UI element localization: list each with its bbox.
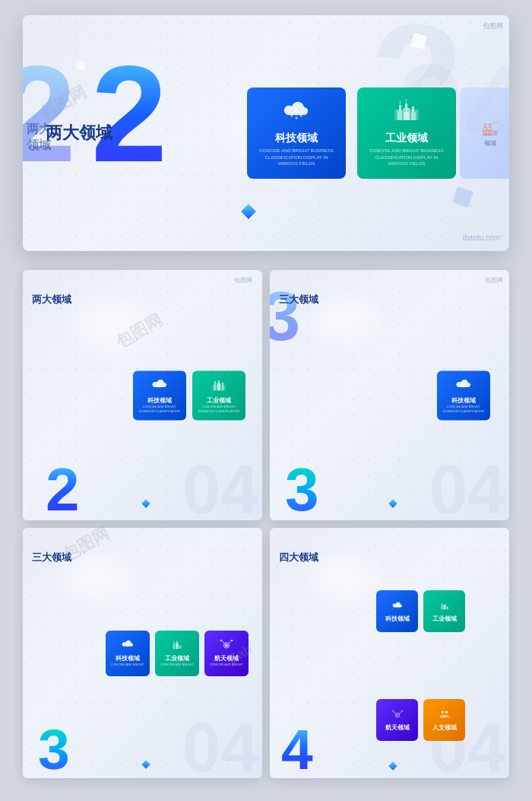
sub-panel-3-domains-b: 04 3 三大领域 科技领域 CONCISE AND BRIGHT <box>23 528 262 778</box>
sub-card-1-tech-title: 科技领域 <box>147 396 172 405</box>
sub-label-4: 四大领域 <box>279 551 318 564</box>
sub-grad-num-3: 3 <box>38 721 70 778</box>
svg-point-1 <box>296 117 298 119</box>
svg-rect-53 <box>441 606 442 610</box>
svg-point-7 <box>291 113 293 116</box>
svg-rect-62 <box>401 710 403 710</box>
sub-cloud-icon-1 <box>151 378 168 395</box>
left-hint-label: 两大领域 <box>27 122 51 154</box>
sub-grad-num-4: 4 <box>281 721 313 778</box>
svg-point-8 <box>300 113 302 116</box>
svg-rect-41 <box>173 642 174 645</box>
site-logo-top: 包图网 <box>483 21 503 31</box>
svg-rect-18 <box>407 110 409 112</box>
sub-card-1-industry-title: 工业领域 <box>207 396 231 405</box>
svg-rect-17 <box>404 110 406 112</box>
ibaotu-watermark: ibaotu.com <box>463 234 500 242</box>
svg-point-58 <box>397 714 397 715</box>
svg-rect-47 <box>220 640 223 641</box>
sub-grad-num-2: 3 <box>285 459 319 520</box>
card-tech: 科技领域 CONCISE AND BRIGHT BUSINESSCLASSIFI… <box>247 87 346 179</box>
svg-rect-15 <box>405 103 407 108</box>
sub-card-4-tech: 科技领域 <box>376 590 418 632</box>
svg-rect-40 <box>179 646 182 650</box>
svg-rect-11 <box>397 111 402 120</box>
card-partial: 🏭 领域 <box>460 87 509 179</box>
sub-panel-3-domains-a: 04 3 3 三大领域 科技领域 CONCISE AND BRIGHTBUSIN… <box>270 270 509 520</box>
sub-bg-3-hint: 3 <box>270 278 300 356</box>
sub-bg-num-1: 04 <box>182 456 258 520</box>
sub-factory-icon-1 <box>211 378 227 395</box>
sub-bg-num-2: 04 <box>429 456 505 520</box>
diamond-4 <box>388 761 397 770</box>
sub-cloud-icon-4 <box>391 599 404 613</box>
sub-satellite-icon-4 <box>391 708 404 722</box>
sub-card-4-industry: 工业领域 <box>423 590 465 632</box>
sub-label-3: 三大领域 <box>32 551 71 564</box>
svg-rect-56 <box>442 603 442 606</box>
svg-line-61 <box>399 710 402 713</box>
svg-rect-14 <box>399 105 401 111</box>
card-industry: 工业领域 CONCISE AND BRIGHT BUSINESSCLASSIFI… <box>357 87 456 179</box>
sub-card-4-satellite: 航天领域 <box>376 699 418 741</box>
sub-card-4-people: 人文领域 <box>423 699 465 741</box>
svg-point-45 <box>226 645 226 646</box>
sub-cloud-icon-2 <box>455 378 472 395</box>
svg-rect-55 <box>446 606 448 609</box>
card-tech-title: 科技领域 <box>275 132 318 145</box>
site-logo-panel1: 包图网 <box>485 276 503 284</box>
svg-rect-13 <box>411 113 416 120</box>
svg-line-59 <box>392 710 395 713</box>
sub-panel-2-domains: 04 2 两大领域 科技领域 CONCISE AND BRIGHTBUSINES… <box>23 270 262 520</box>
sub-bg-num-3: 04 <box>182 714 258 778</box>
svg-rect-49 <box>231 640 233 641</box>
svg-rect-27 <box>218 380 220 383</box>
sub-label-1: 两大领域 <box>32 293 71 307</box>
svg-point-63 <box>442 710 444 713</box>
sub-panel-4-domains: 04 4 四大领域 科技领域 <box>270 528 509 778</box>
sub-factory-icon-4 <box>439 599 451 613</box>
sub-satellite-icon-3 <box>220 639 233 653</box>
sub-people-icon-4 <box>439 708 451 722</box>
svg-rect-42 <box>176 641 177 644</box>
sub-label-2: 三大领域 <box>279 293 318 307</box>
sub-card-3-industry: 工业领域 CONCISE AND BRIGHT <box>155 631 199 676</box>
main-number: 2 <box>91 46 167 183</box>
card-industry-title: 工业领域 <box>385 132 428 145</box>
card-tech-sub: CONCISE AND BRIGHT BUSINESSCLASSIFICATIO… <box>255 148 338 167</box>
sub-card-1-tech-sub: CONCISE AND BRIGHTBUSINESS CLASSIFICATIO… <box>139 405 180 412</box>
sub-factory-icon-3 <box>170 639 184 653</box>
sub-card-3-tech: 科技领域 CONCISE AND BRIGHT <box>106 631 150 676</box>
sub-panels-grid: 04 2 两大领域 科技领域 CONCISE AND BRIGHTBUSINES… <box>23 270 509 778</box>
card-industry-sub: CONCISE AND BRIGHT BUSINESSCLASSIFICATIO… <box>365 148 448 167</box>
bg-hint-2: 2 <box>23 46 76 183</box>
sub-grad-num-1: 2 <box>46 459 80 520</box>
sub-card-1-tech: 科技领域 CONCISE AND BRIGHTBUSINESS CLASSIFI… <box>133 370 186 420</box>
sub-cloud-icon-3 <box>121 639 135 653</box>
svg-rect-39 <box>176 644 179 649</box>
cloud-icon-top <box>283 99 310 127</box>
svg-rect-38 <box>173 645 175 650</box>
diamond-2 <box>388 499 397 507</box>
svg-point-64 <box>445 710 447 713</box>
diamond-3 <box>141 760 150 768</box>
svg-rect-54 <box>443 605 445 609</box>
svg-rect-60 <box>391 710 393 710</box>
svg-rect-29 <box>211 384 226 390</box>
site-logo-panel2: 包图网 <box>234 276 252 284</box>
sub-card-2-tech: 科技领域 CONCISE AND BRIGHTBUSINESS CLASSIFI… <box>437 370 490 420</box>
diamond-1 <box>141 499 150 507</box>
sub-card-2-tech-title: 科技领域 <box>451 396 476 405</box>
sub-card-1-industry-sub: CONCISE AND BRIGHTBUSINESS CLASSIFICATIO… <box>198 405 239 412</box>
sub-card-1-industry: 工业领域 CONCISE AND BRIGHTBUSINESS CLASSIFI… <box>192 370 245 420</box>
svg-point-6 <box>295 108 298 111</box>
sub-card-3-satellite: 航天领域 CONCISE AND BRIGHT <box>204 631 249 676</box>
top-panel: 2 04 2 两大领域 <box>23 15 509 251</box>
svg-rect-16 <box>412 106 414 113</box>
factory-icon-top <box>393 99 420 127</box>
